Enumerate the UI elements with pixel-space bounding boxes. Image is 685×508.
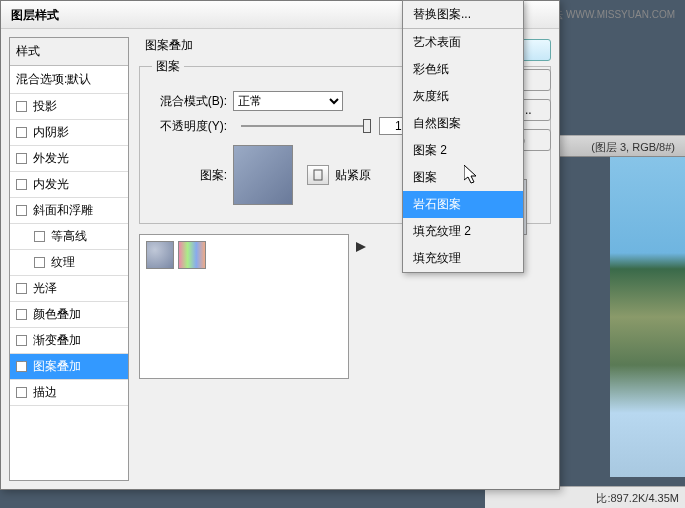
style-item[interactable]: 投影 — [10, 94, 128, 120]
menu-item[interactable]: 艺术表面 — [403, 29, 523, 56]
pattern-preset-picker[interactable] — [139, 234, 349, 379]
style-item-label: 内发光 — [33, 176, 69, 193]
menu-item[interactable]: 图案 — [403, 164, 523, 191]
svg-rect-0 — [314, 170, 322, 180]
style-item[interactable]: 斜面和浮雕 — [10, 198, 128, 224]
blend-mode-label: 混合模式(B): — [152, 93, 227, 110]
checkbox[interactable] — [16, 283, 27, 294]
menu-item[interactable]: 填充纹理 2 — [403, 218, 523, 245]
play-icon — [356, 242, 366, 252]
checkbox[interactable] — [16, 153, 27, 164]
checkbox[interactable] — [16, 179, 27, 190]
style-item[interactable]: 颜色叠加 — [10, 302, 128, 328]
style-item[interactable]: 外发光 — [10, 146, 128, 172]
menu-item[interactable]: 填充纹理 — [403, 245, 523, 272]
style-item[interactable]: 描边 — [10, 380, 128, 406]
menu-item[interactable]: 彩色纸 — [403, 56, 523, 83]
menu-item[interactable]: 自然图案 — [403, 110, 523, 137]
blend-mode-select[interactable]: 正常 — [233, 91, 343, 111]
pattern-legend: 图案 — [152, 58, 184, 75]
checkbox[interactable] — [34, 231, 45, 242]
checkbox[interactable] — [16, 205, 27, 216]
checkbox[interactable] — [34, 257, 45, 268]
sidebar-header[interactable]: 样式 — [10, 38, 128, 66]
snap-origin-label[interactable]: 贴紧原 — [335, 167, 371, 184]
style-item-label: 光泽 — [33, 280, 57, 297]
style-item-label: 内阴影 — [33, 124, 69, 141]
pattern-label: 图案: — [152, 167, 227, 184]
checkbox[interactable] — [16, 309, 27, 320]
checkbox[interactable] — [16, 101, 27, 112]
checkbox[interactable] — [16, 127, 27, 138]
style-item-label: 斜面和浮雕 — [33, 202, 93, 219]
checkbox[interactable] — [16, 361, 27, 372]
style-item[interactable]: 光泽 — [10, 276, 128, 302]
style-item-label: 描边 — [33, 384, 57, 401]
style-item-label: 纹理 — [51, 254, 75, 271]
preset-thumb[interactable] — [146, 241, 174, 269]
flyout-menu-button[interactable] — [356, 241, 366, 255]
styles-sidebar: 样式 混合选项:默认 投影内阴影外发光内发光斜面和浮雕等高线纹理光泽颜色叠加渐变… — [9, 37, 129, 481]
opacity-label: 不透明度(Y): — [152, 118, 227, 135]
style-item[interactable]: 内发光 — [10, 172, 128, 198]
document-icon — [312, 169, 324, 181]
style-item-label: 渐变叠加 — [33, 332, 81, 349]
style-item[interactable]: 等高线 — [10, 224, 128, 250]
pattern-swatch[interactable] — [233, 145, 293, 205]
style-item-label: 外发光 — [33, 150, 69, 167]
style-item-label: 投影 — [33, 98, 57, 115]
menu-item[interactable]: 灰度纸 — [403, 83, 523, 110]
pattern-context-menu: ✕ 替换图案...艺术表面彩色纸灰度纸自然图案图案 2图案岩石图案填充纹理 2填… — [402, 0, 524, 273]
style-item[interactable]: 纹理 — [10, 250, 128, 276]
style-item-label: 图案叠加 — [33, 358, 81, 375]
sidebar-blend-options[interactable]: 混合选项:默认 — [10, 66, 128, 94]
menu-item[interactable]: 替换图案... — [403, 1, 523, 29]
preset-thumb[interactable] — [178, 241, 206, 269]
style-item[interactable]: 内阴影 — [10, 120, 128, 146]
menu-item[interactable]: 图案 2 — [403, 137, 523, 164]
canvas-image — [610, 157, 685, 477]
opacity-slider[interactable] — [241, 125, 371, 127]
checkbox[interactable] — [16, 335, 27, 346]
menu-item[interactable]: 岩石图案 — [403, 191, 523, 218]
style-item-label: 等高线 — [51, 228, 87, 245]
style-item[interactable]: 图案叠加 — [10, 354, 128, 380]
style-item-label: 颜色叠加 — [33, 306, 81, 323]
svg-marker-1 — [356, 242, 366, 252]
new-preset-button[interactable] — [307, 165, 329, 185]
checkbox[interactable] — [16, 387, 27, 398]
style-item[interactable]: 渐变叠加 — [10, 328, 128, 354]
